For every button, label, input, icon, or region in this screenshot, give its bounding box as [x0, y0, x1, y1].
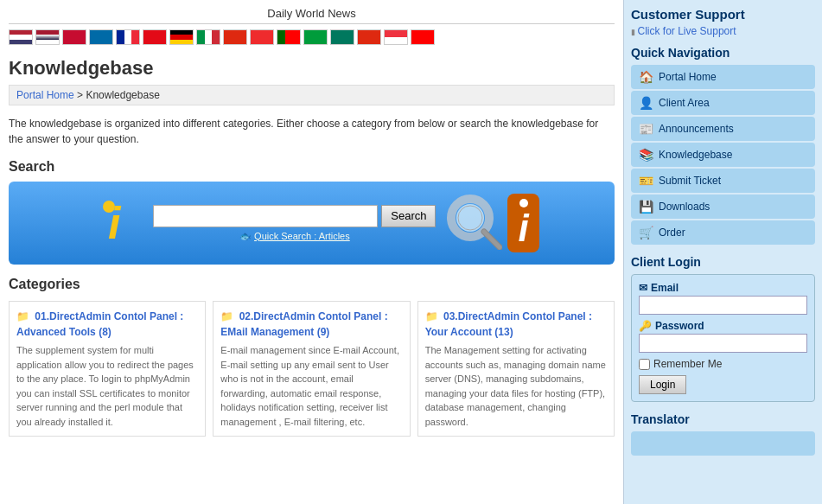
flag-it[interactable] — [196, 29, 220, 45]
category-card-03: 📁 03.DirectAdmin Contol Panel : Your Acc… — [417, 301, 615, 437]
nav-label: Announcements — [659, 123, 734, 135]
flag-tw[interactable] — [411, 29, 435, 45]
breadcrumb-home[interactable]: Portal Home — [16, 89, 74, 101]
categories-section: Categories 📁 01.DirectAdmin Contol Panel… — [9, 277, 615, 437]
nav-item-submit-ticket[interactable]: 🎫Submit Ticket — [631, 169, 815, 193]
sidebar: Customer Support Click for Live Support … — [623, 0, 822, 504]
nav-item-order[interactable]: 🛒Order — [631, 220, 815, 245]
nav-label: Portal Home — [659, 71, 717, 83]
customer-support-title: Customer Support — [631, 7, 815, 22]
breadcrumb-current: Knowledgebase — [86, 89, 159, 101]
page-description: The knowledgebase is organized into diff… — [9, 116, 615, 147]
language-flags — [9, 24, 615, 50]
email-icon: ✉ — [639, 282, 647, 294]
folder-icon: 📁 — [220, 310, 233, 322]
nav-icon: 📚 — [638, 147, 653, 163]
orange-info-icon: i — [507, 194, 538, 252]
email-field: ✉ Email — [639, 282, 807, 315]
category-card-02: 📁 02.DirectAdmin Contol Panel : EMail Ma… — [213, 301, 410, 437]
svg-line-4 — [484, 232, 500, 247]
search-heading: Search — [9, 159, 615, 175]
flag-se[interactable] — [89, 29, 113, 45]
flag-no[interactable] — [250, 29, 274, 45]
category-description: E-mail management since E-mail Account, … — [220, 343, 402, 429]
quick-navigation: Quick Navigation 🏠Portal Home👤Client Are… — [631, 46, 815, 245]
nav-list: 🏠Portal Home👤Client Area📰Announcements📚K… — [631, 65, 815, 245]
flag-th[interactable] — [35, 29, 60, 45]
client-login: Client Login ✉ Email 🔑 Password — [631, 255, 815, 402]
flag-de[interactable] — [169, 29, 194, 45]
remember-me-label: Remember Me — [653, 358, 722, 370]
search-section: Search i Search Quick Search : Articles — [9, 159, 615, 265]
email-input[interactable] — [639, 296, 807, 315]
flag-fr[interactable] — [116, 29, 140, 45]
search-left-icon: i — [84, 201, 144, 246]
nav-icon: 🏠 — [638, 69, 653, 85]
flag-hk[interactable] — [357, 29, 381, 45]
nav-label: Downloads — [659, 201, 710, 213]
search-form: Search Quick Search : Articles — [153, 205, 436, 242]
search-button[interactable]: Search — [381, 205, 436, 227]
password-input[interactable] — [639, 334, 807, 353]
search-input[interactable] — [153, 205, 378, 227]
category-count: (8) — [99, 326, 112, 338]
remember-me-row: Remember Me — [639, 358, 807, 370]
translator-section: Translator — [631, 412, 815, 456]
category-count: (13) — [494, 326, 513, 338]
password-label: 🔑 Password — [639, 320, 807, 332]
breadcrumb-separator: > — [77, 89, 83, 101]
password-field: 🔑 Password — [639, 320, 807, 353]
login-form: ✉ Email 🔑 Password Remember Me Log — [631, 274, 815, 402]
search-quick-link: Quick Search : Articles — [239, 231, 350, 242]
flag-cn[interactable] — [223, 29, 247, 45]
nav-item-announcements[interactable]: 📰Announcements — [631, 117, 815, 141]
flag-tr[interactable] — [143, 29, 167, 45]
nav-icon: 💾 — [638, 199, 653, 214]
category-description: The supplement system for multi applicat… — [16, 343, 198, 429]
email-label: ✉ Email — [639, 282, 807, 294]
flag-pt[interactable] — [277, 29, 301, 45]
flag-dk[interactable] — [62, 29, 86, 45]
nav-item-portal-home[interactable]: 🏠Portal Home — [631, 65, 815, 89]
quick-nav-title: Quick Navigation — [631, 46, 815, 60]
site-header: Daily World News — [9, 0, 615, 24]
folder-icon: 📁 — [425, 310, 438, 322]
category-description: The Management setting for activating ac… — [425, 343, 607, 429]
category-title: 📁 02.DirectAdmin Contol Panel : EMail Ma… — [220, 309, 402, 340]
nav-item-knowledgebase[interactable]: 📚Knowledgebase — [631, 143, 815, 167]
nav-item-client-area[interactable]: 👤Client Area — [631, 91, 815, 115]
flag-mo[interactable] — [330, 29, 354, 45]
category-link[interactable]: 02.DirectAdmin Contol Panel : EMail Mana… — [220, 310, 387, 338]
page-title: Knowledgebase — [9, 50, 615, 85]
magnifier-icon — [446, 194, 502, 252]
nav-label: Client Area — [659, 97, 710, 109]
nav-item-downloads[interactable]: 💾Downloads — [631, 195, 815, 219]
remember-me-checkbox[interactable] — [639, 359, 650, 370]
nav-icon: 🎫 — [638, 173, 653, 188]
search-input-row: Search — [153, 205, 436, 227]
live-support-link[interactable]: Click for Live Support — [631, 25, 815, 37]
category-title: 📁 01.DirectAdmin Contol Panel : Advanced… — [16, 309, 198, 340]
nav-icon: 📰 — [638, 121, 653, 137]
category-card-01: 📁 01.DirectAdmin Contol Panel : Advanced… — [9, 301, 206, 437]
nav-label: Submit Ticket — [659, 175, 721, 187]
nav-label: Knowledgebase — [659, 149, 732, 161]
translator-title: Translator — [631, 412, 815, 426]
nav-icon: 🛒 — [638, 225, 653, 240]
login-button[interactable]: Login — [639, 375, 686, 394]
search-banner: i Search Quick Search : Articles — [9, 182, 615, 265]
flag-us[interactable] — [9, 29, 33, 45]
flag-br[interactable] — [303, 29, 328, 45]
breadcrumb: Portal Home > Knowledgebase — [9, 85, 615, 105]
categories-heading: Categories — [9, 277, 615, 292]
translator-bar[interactable] — [631, 431, 815, 456]
key-icon: 🔑 — [639, 320, 652, 332]
flag-sg[interactable] — [384, 29, 408, 45]
category-title: 📁 03.DirectAdmin Contol Panel : Your Acc… — [425, 309, 607, 340]
quick-search-link[interactable]: Quick Search : Articles — [254, 231, 350, 241]
site-title: Daily World News — [267, 7, 355, 20]
categories-grid: 📁 01.DirectAdmin Contol Panel : Advanced… — [9, 301, 615, 437]
client-login-title: Client Login — [631, 255, 815, 269]
svg-point-1 — [456, 204, 484, 232]
folder-icon: 📁 — [16, 310, 29, 322]
